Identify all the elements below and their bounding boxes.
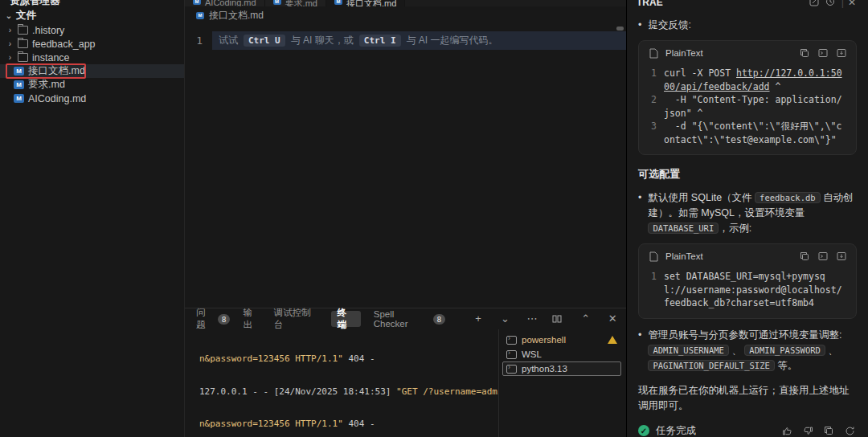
bullet-text: 默认使用 SQLite（文件 feedback.db 自动创建）。如需 MySQ… xyxy=(648,190,857,236)
terminal-item-powershell[interactable]: powershell xyxy=(502,333,621,347)
insert-terminal-icon[interactable] xyxy=(817,250,829,263)
history-clock-icon[interactable] xyxy=(825,0,841,6)
panel-tabbar: 问题 8 输出 调试控制台 终端 Spell Checker 8 + xyxy=(185,308,626,329)
code-language-label: PlainText xyxy=(665,48,703,58)
thumbs-down-icon[interactable] xyxy=(800,424,815,437)
terminal-output[interactable]: n&password=123456 HTTP/1.1" 404 - 127.0.… xyxy=(185,329,499,437)
tab-terminal[interactable]: 终端 xyxy=(331,311,360,327)
tab-output[interactable]: 输出 xyxy=(243,311,260,327)
sidebar-item-history[interactable]: › .history xyxy=(0,23,184,37)
code-block-header: PlainText xyxy=(639,41,856,65)
tab-debug-console[interactable]: 调试控制台 xyxy=(274,311,319,327)
chevron-down-icon: ⌄ xyxy=(5,11,13,20)
tab-label: 要求.md xyxy=(285,0,317,6)
split-terminal-icon[interactable] xyxy=(552,314,566,324)
new-terminal-icon[interactable]: + xyxy=(471,312,485,326)
chevron-right-icon: › xyxy=(6,26,14,35)
terminal-log-line: 127.0.0.1 - - [24/Nov/2025 18:41:53] "GE… xyxy=(199,386,495,398)
file-label: .history xyxy=(32,25,64,36)
code-text: ^ xyxy=(770,81,781,92)
explorer-section-label: 文件 xyxy=(16,9,36,22)
thumbs-up-icon[interactable] xyxy=(780,424,794,437)
file-label: AICoding.md xyxy=(28,93,86,104)
close-panel-icon[interactable]: ✕ xyxy=(606,312,620,326)
assistant-title: TRAE xyxy=(637,0,663,8)
tab-label: 输出 xyxy=(243,307,260,331)
close-icon[interactable]: ✕ xyxy=(844,0,860,8)
tab-label: AICoding.md xyxy=(205,0,256,6)
markdown-icon xyxy=(193,0,201,5)
editor-surface[interactable]: 1 试试 Ctrl U 与 AI 聊天，或 Ctrl I 与 AI 一起编写代码… xyxy=(185,24,626,308)
bullet-text: 提交反馈: xyxy=(648,18,690,33)
terminal-icon xyxy=(506,336,517,345)
sqlite-bullet: • 默认使用 SQLite（文件 feedback.db 自动创建）。如需 My… xyxy=(638,190,857,236)
bullet-dot: • xyxy=(638,18,641,33)
bullet-dot: • xyxy=(638,190,641,236)
copy-response-icon[interactable] xyxy=(821,424,836,437)
editor-placeholder: 试试 Ctrl U 与 AI 聊天，或 Ctrl I 与 AI 一起编写代码。 xyxy=(212,31,626,50)
editor-line-1: 1 试试 Ctrl U 与 AI 聊天，或 Ctrl I 与 AI 一起编写代码… xyxy=(185,31,626,50)
problems-badge: 8 xyxy=(218,314,231,325)
python-terminal-icon xyxy=(506,365,517,374)
new-chat-icon[interactable] xyxy=(809,0,825,6)
file-label: 要求.md xyxy=(28,78,65,92)
tab-label: 终端 xyxy=(337,307,354,331)
tab-label: 接口文档.md xyxy=(346,0,396,6)
breadcrumb-filename: 接口文档.md xyxy=(209,9,264,22)
optional-config-heading: 可选配置 xyxy=(638,167,857,182)
sidebar-item-require-md[interactable]: 要求.md xyxy=(0,78,184,92)
assistant-message: • 提交反馈: PlainText xyxy=(627,9,868,437)
sidebar-item-aicoding-md[interactable]: AICoding.md xyxy=(0,92,184,105)
kbd-ctrl-i: Ctrl I xyxy=(359,35,401,47)
editor-scrollbar-thumb[interactable] xyxy=(616,27,624,31)
copy-icon[interactable] xyxy=(798,47,811,59)
copy-icon[interactable] xyxy=(798,250,811,263)
tab-problems[interactable]: 问题 8 xyxy=(196,311,230,327)
editor-tabstrip: AICoding.md 要求.md 接口文档.md xyxy=(185,0,626,6)
apply-code-icon[interactable] xyxy=(835,250,848,263)
running-note: 现在服务已在你的机器上运行；直接用上述地址调用即可。 xyxy=(638,383,857,414)
apply-code-icon[interactable] xyxy=(835,47,848,59)
tab-api-doc-md[interactable]: 接口文档.md xyxy=(326,0,405,6)
feedback-bullet: • 提交反馈: xyxy=(638,18,857,33)
explorer-sidebar: 资源管理器 ⌄ 文件 › .history › feedback_app › i… xyxy=(0,0,185,437)
code-text: curl -X POST xyxy=(664,67,736,79)
folder-icon xyxy=(18,26,28,35)
app-root: 资源管理器 ⌄ 文件 › .history › feedback_app › i… xyxy=(0,0,868,437)
insert-terminal-icon[interactable] xyxy=(817,47,829,59)
code-block-body: 1 set DATABASE_URI=mysql+pymysql://usern… xyxy=(639,268,856,318)
terminal-item-wsl[interactable]: WSL xyxy=(502,347,621,361)
sidebar-item-api-doc-md[interactable]: 接口文档.md xyxy=(0,64,184,78)
file-icon xyxy=(647,250,660,263)
chevron-right-icon: › xyxy=(6,39,14,48)
breadcrumb[interactable]: 接口文档.md xyxy=(185,6,626,24)
sidebar-item-feedback-app[interactable]: › feedback_app xyxy=(0,37,184,51)
terminal-list: powershell WSL python3.13 xyxy=(499,329,626,437)
tab-aicoding-md[interactable]: AICoding.md xyxy=(185,0,265,6)
markdown-icon xyxy=(334,0,342,5)
code-line: 2 -H "Content-Type: application/json" ^ xyxy=(647,93,846,120)
tab-spell-checker[interactable]: Spell Checker 8 xyxy=(374,311,446,327)
folder-icon xyxy=(18,39,28,48)
terminal-dropdown-icon[interactable]: ⌄ xyxy=(498,312,512,326)
terminal-item-python[interactable]: python3.13 xyxy=(502,361,621,376)
explorer-section-files[interactable]: ⌄ 文件 xyxy=(0,7,184,23)
regenerate-icon[interactable] xyxy=(842,424,857,437)
tab-require-md[interactable]: 要求.md xyxy=(265,0,326,6)
markdown-icon xyxy=(14,80,24,89)
chevron-right-icon: › xyxy=(6,53,14,62)
file-label: instance xyxy=(32,52,70,63)
bottom-panel: 问题 8 输出 调试控制台 终端 Spell Checker 8 + xyxy=(185,308,626,437)
maximize-panel-icon[interactable]: ⌃ xyxy=(579,312,592,326)
file-label: 接口文档.md xyxy=(28,64,85,78)
sidebar-item-instance[interactable]: › instance xyxy=(0,51,184,64)
task-done-row: ✓ 任务完成 xyxy=(638,424,857,437)
code-block-database-uri: PlainText 1 set DATABASE_URI=my xyxy=(638,243,857,319)
code-language-label: PlainText xyxy=(665,251,703,261)
inline-code-admin-username: ADMIN_USERNAME xyxy=(648,345,729,356)
assistant-panel: TRAE | ✕ • 提交反馈: PlainText xyxy=(627,0,868,437)
more-actions-icon[interactable]: ⋯ xyxy=(525,312,538,326)
code-line: 1 curl -X POST http://127.0.0.1:5000/api… xyxy=(647,67,846,93)
bullet-text: 管理员账号与分页参数可通过环境变量调整: ADMIN_USERNAME 、 AD… xyxy=(648,328,857,374)
placeholder-text: 试试 xyxy=(219,34,238,47)
